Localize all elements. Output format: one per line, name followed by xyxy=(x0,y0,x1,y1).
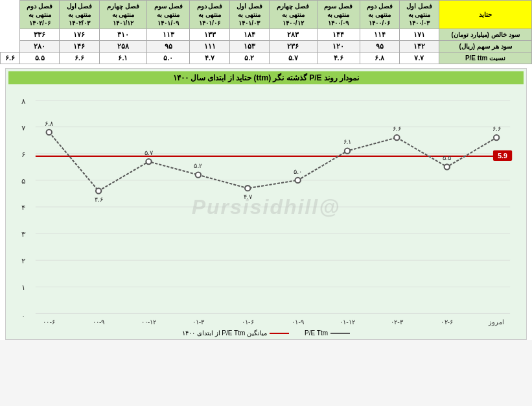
svg-text:۵.۷: ۵.۷ xyxy=(145,149,154,156)
header-f3-1400: فصل سوممنتهی به۱۴۰۰/۰۹ xyxy=(317,1,360,29)
cell-pe-3: ۴.۶ xyxy=(317,53,360,64)
cell-eps-5: ۱۵۳ xyxy=(229,41,269,53)
svg-text:۰۱-۶: ۰۱-۶ xyxy=(242,318,254,326)
row-pe: نسبت P/E ttm ۷.۷ ۶.۸ ۴.۶ ۵.۷ ۵.۲ ۴.۷ ۵.۰… xyxy=(1,53,532,64)
svg-point-24 xyxy=(196,173,201,178)
table-header-row: حتاید فصل اولمنتهی به۱۴۰۰/۰۳ فصل دوممنته… xyxy=(1,1,532,29)
svg-point-28 xyxy=(394,135,399,140)
header-f2-1401: فصل دوممنتهی به۱۴۰۱/۰۶ xyxy=(190,1,229,29)
cell-eps-10: ۲۸۰ xyxy=(20,41,60,53)
cell-np-3: ۱۴۴ xyxy=(317,29,360,41)
svg-point-30 xyxy=(494,135,499,140)
svg-text:۵.۰: ۵.۰ xyxy=(294,168,302,175)
cell-pe-10: ۵.۵ xyxy=(20,53,60,64)
header-f2-1400: فصل دوممنتهی به۱۴۰۰/۰۶ xyxy=(360,1,399,29)
cell-np-7: ۱۱۳ xyxy=(147,29,190,41)
svg-point-25 xyxy=(245,185,250,191)
svg-text:۰۰-۶: ۰۰-۶ xyxy=(43,318,55,326)
cell-pe-8: ۶.۱ xyxy=(99,53,147,64)
header-hatayad: حتاید xyxy=(439,1,532,29)
svg-text:۰۰-۹: ۰۰-۹ xyxy=(93,318,105,326)
svg-point-23 xyxy=(146,159,151,164)
svg-text:۰۰-۱۲: ۰۰-۱۲ xyxy=(141,318,157,326)
cell-eps-7: ۹۵ xyxy=(147,41,190,53)
row-net-profit: سود خالص (میلیارد تومان) ۱۷۱ ۱۱۴ ۱۴۴ ۲۸۳… xyxy=(1,29,532,41)
svg-text:۶.۱: ۶.۱ xyxy=(343,138,352,145)
cell-pe-5: ۵.۲ xyxy=(229,53,269,64)
cell-np-8: ۳۱۰ xyxy=(99,29,147,41)
cell-eps-3: ۱۲۰ xyxy=(317,41,360,53)
cell-np-10: ۳۳۶ xyxy=(20,29,60,41)
cell-eps-4: ۲۳۶ xyxy=(269,41,317,53)
svg-text:۰۱-۹: ۰۱-۹ xyxy=(292,318,304,326)
svg-text:۸: ۸ xyxy=(21,97,25,105)
cell-np-9: ۱۷۶ xyxy=(60,29,99,41)
header-f3-1401: فصل سوممنتهی به۱۴۰۱/۰۹ xyxy=(147,1,190,29)
header-f1-1400: فصل اولمنتهی به۱۴۰۰/۰۳ xyxy=(399,1,439,29)
header-f1-1402: فصل اولمنتهی به۱۴۰۲/۰۳ xyxy=(60,1,99,29)
svg-point-27 xyxy=(345,149,350,154)
cell-eps-1: ۱۴۲ xyxy=(399,41,439,53)
cell-np-1: ۱۷۱ xyxy=(399,29,439,41)
cell-eps-8: ۲۵۸ xyxy=(99,41,147,53)
svg-text:۲: ۲ xyxy=(21,257,25,265)
svg-text:۶.۸: ۶.۸ xyxy=(45,120,54,127)
main-container: حتاید فصل اولمنتهی به۱۴۰۰/۰۳ فصل دوممنته… xyxy=(0,0,532,340)
cell-np-2: ۱۱۴ xyxy=(360,29,399,41)
svg-text:۶.۶: ۶.۶ xyxy=(492,125,501,132)
row-eps: سود هر سهم (ریال) ۱۴۲ ۹۵ ۱۲۰ ۲۳۶ ۱۵۳ ۱۱۱… xyxy=(1,41,532,53)
cell-pe-9: ۶.۶ xyxy=(60,53,99,64)
chart-svg: . ۱ ۲ ۳ ۴ ۵ ۶ ۷ ۸ xyxy=(8,87,524,327)
svg-text:۰۱-۳: ۰۱-۳ xyxy=(192,318,205,326)
chart-legend: P/E Ttm میانگین P/E Ttm از ابتدای ۱۴۰۰ xyxy=(8,329,524,337)
svg-text:۷: ۷ xyxy=(21,124,25,132)
svg-point-26 xyxy=(295,178,300,183)
svg-point-21 xyxy=(47,130,52,135)
label-pe: نسبت P/E ttm xyxy=(439,53,532,64)
svg-point-29 xyxy=(445,164,450,169)
legend-pe: P/E Ttm xyxy=(305,329,350,337)
svg-text:امروز: امروز xyxy=(488,318,504,326)
header-f4-1401: فصل چهارممنتهی به۱۴۰۱/۱۲ xyxy=(99,1,147,29)
svg-point-22 xyxy=(96,188,101,193)
legend-avg-label: میانگین P/E Ttm از ابتدای ۱۴۰۰ xyxy=(182,329,267,337)
svg-text:۶.۶: ۶.۶ xyxy=(393,125,401,132)
chart-title: نمودار روند P/E گذشته نگر (ttm) حتاید از… xyxy=(8,71,524,84)
chart-area: @Pursisidhill . ۱ ۲ ۳ ۴ ۵ ۶ ۷ ۸ xyxy=(8,87,524,327)
header-f4-1400: فصل چهارممنتهی به۱۴۰۰/۱۲ xyxy=(269,1,317,29)
svg-text:۵.۵: ۵.۵ xyxy=(443,154,451,161)
chart-container: نمودار روند P/E گذشته نگر (ttm) حتاید از… xyxy=(5,68,527,340)
cell-pe-2: ۶.۸ xyxy=(360,53,399,64)
cell-np-4: ۲۸۳ xyxy=(269,29,317,41)
header-f1-1401: فصل اولمنتهی به۱۴۰۱/۰۳ xyxy=(229,1,269,29)
svg-text:۵.۲: ۵.۲ xyxy=(194,162,202,169)
svg-text:۴.۷: ۴.۷ xyxy=(244,193,253,200)
cell-eps-6: ۱۱۱ xyxy=(190,41,229,53)
cell-pe-6: ۴.۷ xyxy=(190,53,229,64)
cell-pe-7: ۵.۰ xyxy=(147,53,190,64)
cell-pe-4: ۵.۷ xyxy=(269,53,317,64)
legend-pe-line xyxy=(330,333,350,334)
svg-text:۰۲-۳: ۰۲-۳ xyxy=(391,318,404,326)
header-f2-1402: فصل دوممنتهی به۱۴۰۲/۰۶ xyxy=(20,1,60,29)
svg-text:۳: ۳ xyxy=(21,230,25,238)
svg-text:۶: ۶ xyxy=(21,150,25,158)
svg-text:۰۱-۱۲: ۰۱-۱۲ xyxy=(340,318,355,326)
svg-text:۵: ۵ xyxy=(21,177,25,185)
svg-text:۴: ۴ xyxy=(21,204,25,211)
cell-eps-2: ۹۵ xyxy=(360,41,399,53)
cell-pe-1: ۷.۷ xyxy=(399,53,439,64)
cell-np-6: ۱۳۳ xyxy=(190,29,229,41)
data-table: حتاید فصل اولمنتهی به۱۴۰۰/۰۳ فصل دوممنته… xyxy=(0,0,532,64)
svg-text:۰۲-۶: ۰۲-۶ xyxy=(441,318,453,326)
cell-np-5: ۱۸۴ xyxy=(229,29,269,41)
label-eps: سود هر سهم (ریال) xyxy=(439,41,532,53)
svg-text:5.9: 5.9 xyxy=(498,152,507,160)
cell-pe-11: ۶.۶ xyxy=(1,53,20,64)
svg-text:۱: ۱ xyxy=(21,284,25,292)
legend-pe-label: P/E Ttm xyxy=(305,329,328,337)
legend-avg: میانگین P/E Ttm از ابتدای ۱۴۰۰ xyxy=(182,329,289,337)
svg-text:۴.۶: ۴.۶ xyxy=(95,196,103,203)
cell-eps-9: ۱۴۶ xyxy=(60,41,99,53)
legend-avg-line xyxy=(270,333,289,334)
